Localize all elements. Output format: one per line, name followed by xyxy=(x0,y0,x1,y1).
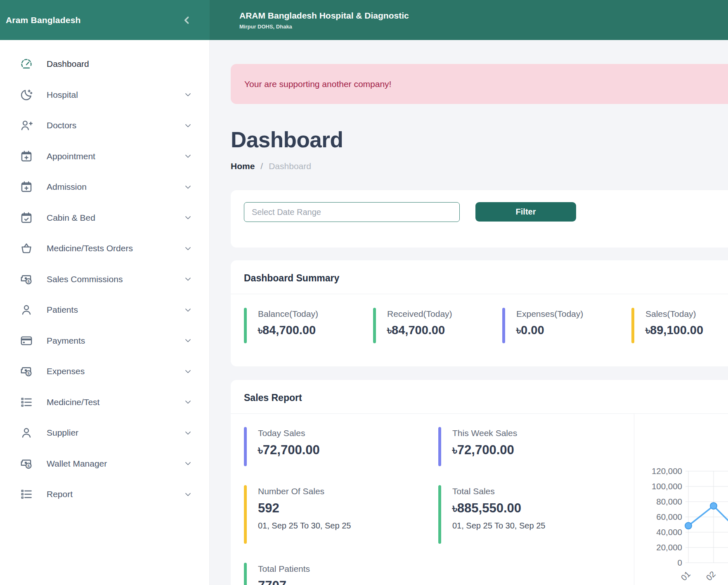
sidebar-item-payments[interactable]: Payments xyxy=(0,326,209,356)
stat-received-today-: Received(Today)৳84,700.00 xyxy=(373,308,502,343)
stat-content: This Week Sales৳72,700.00 xyxy=(452,427,517,466)
sales-line-series xyxy=(688,506,728,531)
stat-today-sales: Today Sales৳72,700.00 xyxy=(244,427,438,466)
stat-label: This Week Sales xyxy=(452,428,517,438)
stat-content: Total Patients7707 xyxy=(258,563,310,585)
sidebar-item-label: Expenses xyxy=(47,366,183,376)
sales-line-chart: 120,000100,00080,00060,00040,00020,00000… xyxy=(634,457,728,585)
svg-text:$: $ xyxy=(27,371,30,375)
chevron-down-icon xyxy=(183,336,193,345)
stat-balance-today-: Balance(Today)৳84,700.00 xyxy=(244,308,373,343)
sidebar-item-patients[interactable]: Patients xyxy=(0,295,209,326)
chevron-down-icon xyxy=(183,244,193,253)
sidebar-item-expenses[interactable]: $Expenses xyxy=(0,356,209,387)
date-range-input[interactable] xyxy=(244,202,460,222)
hospital-name: ARAM Bangladesh Hospital & Diagnostic xyxy=(239,11,728,21)
sidebar-item-label: Supplier xyxy=(47,428,183,438)
list-icon xyxy=(19,487,33,501)
page-title: Dashboard xyxy=(231,127,728,152)
person-icon xyxy=(19,426,33,440)
sidebar-item-sales-commissions[interactable]: $Sales Commissions xyxy=(0,264,209,295)
stat-total-patients: Total Patients7707 xyxy=(244,563,438,585)
sidebar-item-label: Report xyxy=(47,489,183,499)
breadcrumb-home-link[interactable]: Home xyxy=(231,161,255,171)
calendar-plus-icon xyxy=(19,180,33,194)
sidebar-item-medicine-tests-orders[interactable]: Medicine/Tests Orders xyxy=(0,233,209,264)
stat-value: ৳84,700.00 xyxy=(387,323,452,337)
sidebar-item-label: Payments xyxy=(47,336,183,346)
collapse-sidebar-icon[interactable] xyxy=(182,15,192,26)
sales-chart-section: 120,000100,00080,00060,00040,00020,00000… xyxy=(634,414,728,585)
sidebar-item-dashboard[interactable]: Dashboard xyxy=(0,49,209,80)
summary-card-title: Dashboard Summary xyxy=(244,273,339,283)
sidebar-item-supplier[interactable]: Supplier xyxy=(0,418,209,448)
stat-label: Expenses(Today) xyxy=(516,309,583,319)
sales-stats: Today Sales৳72,700.00This Week Sales৳72,… xyxy=(231,414,634,585)
money-icon: $ xyxy=(19,364,33,378)
stat-value: 592 xyxy=(258,501,351,516)
stat-color-bar xyxy=(244,485,247,544)
stat-label: Sales(Today) xyxy=(645,309,703,319)
stat-color-bar xyxy=(438,427,441,466)
sidebar-item-label: Doctors xyxy=(47,120,183,130)
sidebar-item-label: Admission xyxy=(47,182,183,192)
filter-button[interactable]: Filter xyxy=(475,202,576,222)
stat-total-sales: Total Sales৳885,550.0001, Sep 25 To 30, … xyxy=(438,485,633,544)
sidebar-item-wallet-manager[interactable]: $Wallet Manager xyxy=(0,448,209,479)
sidebar-item-doctors[interactable]: Doctors xyxy=(0,110,209,141)
stat-content: Total Sales৳885,550.0001, Sep 25 To 30, … xyxy=(452,485,545,544)
y-axis-tick-label: 20,000 xyxy=(656,543,682,552)
stat-color-bar xyxy=(244,427,247,466)
sidebar-item-cabin-bed[interactable]: Cabin & Bed xyxy=(0,203,209,234)
chevron-down-icon xyxy=(183,274,193,284)
stat-label: Total Patients xyxy=(258,564,310,574)
chevron-down-icon xyxy=(183,367,193,376)
sidebar-item-label: Patients xyxy=(47,305,183,315)
stat-color-bar xyxy=(244,563,247,585)
sidebar-header: Aram Bangladesh xyxy=(0,0,210,40)
sidebar-item-admission[interactable]: Admission xyxy=(0,172,209,203)
sidebar-item-appointment[interactable]: Appointment xyxy=(0,141,209,172)
sidebar-item-report[interactable]: Report xyxy=(0,479,209,510)
moon-stars-icon xyxy=(19,88,33,102)
stat-label: Balance(Today) xyxy=(258,309,318,319)
y-axis-tick-label: 60,000 xyxy=(656,512,682,521)
stat-content: Balance(Today)৳84,700.00 xyxy=(258,308,318,343)
stat-content: Expenses(Today)৳0.00 xyxy=(516,308,583,343)
summary-stats: Balance(Today)৳84,700.00Received(Today)৳… xyxy=(231,294,728,366)
main-content: Your are supporting another company! Das… xyxy=(210,40,728,585)
sidebar-item-label: Hospital xyxy=(47,90,183,100)
stat-content: Sales(Today)৳89,100.00 xyxy=(645,308,703,343)
x-axis-tick-label: 01 xyxy=(679,569,692,582)
chevron-down-icon xyxy=(183,151,193,161)
sidebar-item-label: Sales Commissions xyxy=(47,274,183,284)
stat-color-bar xyxy=(244,308,247,343)
stat-content: Number Of Sales59201, Sep 25 To 30, Sep … xyxy=(258,485,351,544)
stat-value: 7707 xyxy=(258,578,310,585)
sidebar-item-hospital[interactable]: Hospital xyxy=(0,80,209,111)
chevron-down-icon xyxy=(183,490,193,499)
money-icon: $ xyxy=(19,457,33,471)
chevron-down-icon xyxy=(183,459,193,468)
chevron-down-icon xyxy=(183,182,193,192)
stat-value: ৳89,100.00 xyxy=(645,323,703,337)
filter-card: Filter xyxy=(231,190,728,248)
stat-value: ৳84,700.00 xyxy=(258,323,318,337)
stat-label: Number Of Sales xyxy=(258,486,351,496)
calendar-plus-icon xyxy=(19,149,33,163)
app-root: Aram Bangladesh ARAM Bangladesh Hospital… xyxy=(0,0,728,585)
alert-message: Your are supporting another company! xyxy=(244,79,391,89)
basket-icon xyxy=(19,241,33,255)
y-axis-tick-label: 0 xyxy=(678,558,682,567)
sidebar-nav: DashboardHospitalDoctorsAppointmentAdmis… xyxy=(0,40,210,585)
sales-card-title: Sales Report xyxy=(244,392,302,403)
stat-color-bar xyxy=(373,308,376,343)
credit-card-icon xyxy=(19,334,33,348)
person-plus-icon xyxy=(19,118,33,132)
svg-text:$: $ xyxy=(27,279,30,283)
chevron-down-icon xyxy=(183,90,193,99)
top-header: Aram Bangladesh ARAM Bangladesh Hospital… xyxy=(0,0,728,40)
sidebar-item-label: Dashboard xyxy=(47,59,193,69)
sidebar-item-medicine-test[interactable]: Medicine/Test xyxy=(0,387,209,418)
x-axis-tick-label: 02 xyxy=(704,569,717,582)
